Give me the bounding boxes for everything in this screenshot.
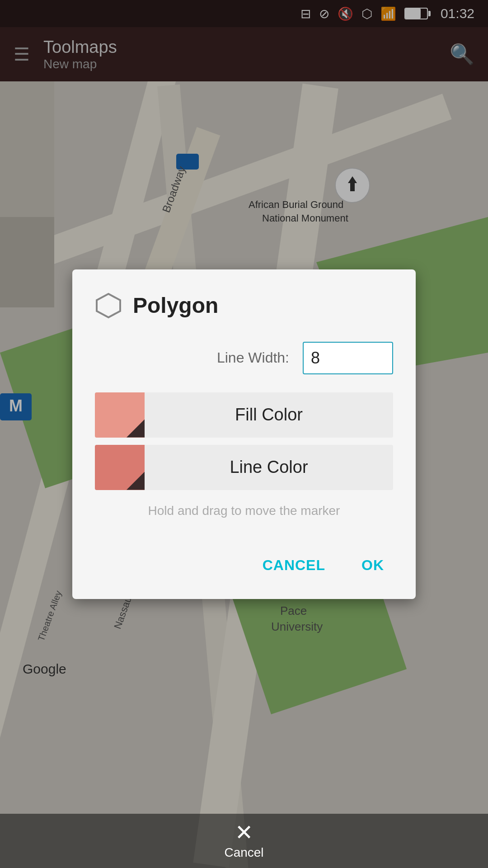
polygon-dialog: Polygon Line Width: Fill Color Line Colo…: [72, 269, 416, 599]
dialog-title: Polygon: [133, 293, 218, 318]
fill-color-swatch: [95, 392, 145, 438]
dialog-header: Polygon: [95, 292, 393, 319]
close-icon: ✕: [235, 822, 253, 844]
hint-text: Hold and drag to move the marker: [95, 504, 393, 518]
svg-marker-26: [97, 294, 120, 317]
line-width-row: Line Width:: [95, 342, 393, 374]
line-color-label: Line Color: [145, 458, 393, 477]
line-width-label: Line Width:: [217, 349, 289, 366]
line-color-swatch: [95, 445, 145, 490]
line-width-input[interactable]: [303, 342, 393, 374]
line-color-row[interactable]: Line Color: [95, 445, 393, 490]
polygon-icon: [95, 292, 122, 319]
bottom-cancel-label: Cancel: [224, 845, 263, 860]
fill-color-row[interactable]: Fill Color: [95, 392, 393, 438]
ok-button[interactable]: OK: [352, 550, 393, 581]
cancel-button[interactable]: CANCEL: [253, 550, 334, 581]
dialog-overlay: Polygon Line Width: Fill Color Line Colo…: [0, 0, 488, 868]
bottom-bar[interactable]: ✕ Cancel: [0, 814, 488, 868]
dialog-buttons: CANCEL OK: [95, 541, 393, 581]
fill-color-label: Fill Color: [145, 405, 393, 425]
